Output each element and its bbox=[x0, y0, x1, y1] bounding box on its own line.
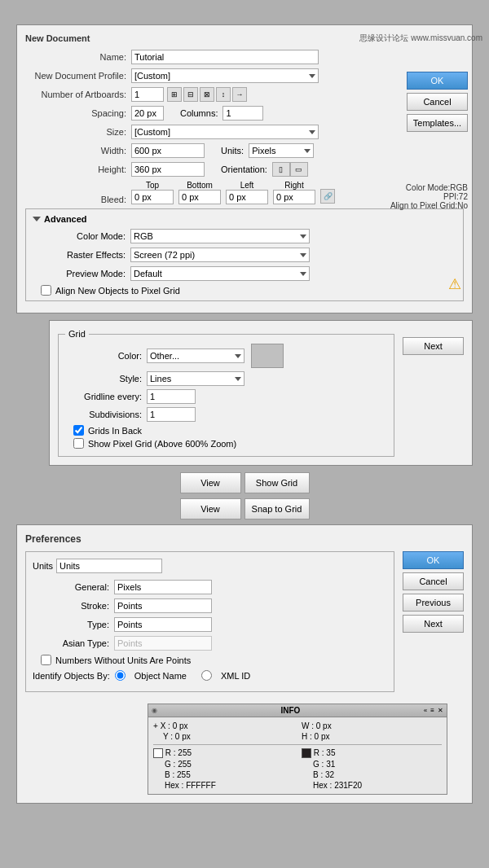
bleed-right-label: Right bbox=[284, 181, 303, 190]
units-dropdown[interactable]: Units bbox=[56, 559, 162, 573]
preview-mode-label: Preview Mode: bbox=[33, 269, 130, 278]
prefs-previous-button[interactable]: Previous bbox=[403, 594, 464, 612]
hex2-label: Hex : bbox=[313, 781, 332, 790]
stroke-row: Stroke: Points bbox=[33, 598, 387, 613]
pixel-align-row: Align New Objects to Pixel Grid bbox=[33, 285, 456, 296]
raster-effects-select[interactable]: Screen (72 ppi) bbox=[130, 248, 310, 262]
color-mode-row: Color Mode: RGB bbox=[33, 229, 456, 243]
grid-legend: Grid bbox=[65, 329, 89, 339]
asian-type-label: Asian Type: bbox=[33, 638, 114, 648]
grid-style-row: Style: Lines bbox=[65, 371, 387, 386]
grids-in-back-row: Grids In Back bbox=[65, 425, 387, 436]
r1-value: 255 bbox=[178, 748, 192, 757]
numbers-checkbox[interactable] bbox=[41, 655, 51, 665]
subdivisions-input[interactable] bbox=[147, 407, 196, 422]
info-x-cell: + X : 0 px bbox=[153, 721, 293, 731]
prefs-next-button[interactable]: Next bbox=[403, 615, 464, 633]
bleed-inputs: Top Bottom Left Right 🔗 bbox=[131, 181, 335, 204]
spacing-row: Spacing: Columns: bbox=[25, 106, 464, 121]
prefs-cancel-button[interactable]: Cancel bbox=[403, 572, 464, 590]
info-r2-cell: R : 35 bbox=[302, 747, 442, 759]
general-row: General: Pixels bbox=[33, 580, 387, 594]
units-select[interactable]: Pixels bbox=[249, 143, 314, 158]
spacing-label: Spacing: bbox=[25, 108, 131, 118]
grid-color-label: Color: bbox=[65, 351, 147, 361]
object-name-label: Object Name bbox=[134, 671, 187, 681]
name-row: Name: OK Cancel Templates... bbox=[25, 50, 464, 64]
grids-in-back-checkbox[interactable] bbox=[73, 425, 84, 436]
cancel-button[interactable]: Cancel bbox=[407, 93, 468, 111]
grid-style-label: Style: bbox=[65, 374, 147, 384]
height-input[interactable] bbox=[131, 162, 205, 177]
landscape-orientation-button[interactable]: ▭ bbox=[290, 162, 308, 177]
info-content: + X : 0 px W : 0 px Y : 0 px H : 0 px bbox=[148, 717, 447, 794]
columns-input[interactable] bbox=[222, 106, 263, 121]
info-collapse-icon[interactable]: « bbox=[424, 707, 427, 714]
g2-value: 31 bbox=[326, 760, 335, 769]
grids-in-back-label: Grids In Back bbox=[88, 426, 142, 436]
info-close-icon[interactable]: ✕ bbox=[438, 707, 443, 714]
info-resize-icon: ◉ bbox=[152, 707, 157, 714]
grid-panel: Grid Color: Other... Style: Lines Gridli… bbox=[49, 320, 473, 466]
grid-color-select[interactable]: Other... bbox=[147, 349, 244, 363]
advanced-section: Advanced Color Mode: RGB Raster Effects:… bbox=[25, 208, 464, 301]
raster-effects-label: Raster Effects: bbox=[33, 250, 130, 260]
artboards-input[interactable] bbox=[131, 87, 164, 102]
grid-fieldset: Grid Color: Other... Style: Lines Gridli… bbox=[58, 329, 394, 457]
numbers-without-units-row: Numbers Without Units Are Points bbox=[33, 655, 387, 665]
identify-label: Identify Objects By: bbox=[33, 671, 115, 681]
color-mode-select[interactable]: RGB bbox=[130, 229, 310, 243]
xml-id-radio[interactable] bbox=[201, 670, 212, 681]
profile-row: New Document Profile: [Custom] bbox=[25, 68, 464, 83]
bleed-right-input[interactable] bbox=[273, 190, 315, 204]
link-bleed-icon[interactable]: 🔗 bbox=[320, 189, 335, 204]
grid-style-select[interactable]: Lines bbox=[147, 371, 244, 386]
advanced-header[interactable]: Advanced bbox=[33, 214, 456, 224]
align-pixel-checkbox[interactable] bbox=[41, 285, 51, 296]
bleed-bottom-label: Bottom bbox=[187, 181, 213, 190]
info-b2-cell: B : 32 bbox=[302, 769, 442, 780]
show-pixel-grid-checkbox[interactable] bbox=[73, 438, 84, 449]
preview-mode-select[interactable]: Default bbox=[130, 266, 310, 281]
hex1-value: FFFFFF bbox=[186, 781, 216, 790]
artboards-row: Number of Artboards: ⊞ ⊟ ⊠ ↕ → bbox=[25, 87, 464, 102]
bleed-top-input[interactable] bbox=[131, 190, 174, 204]
remove-artboard-icon[interactable]: → bbox=[232, 87, 247, 102]
width-input[interactable] bbox=[131, 143, 205, 158]
spacing-input[interactable] bbox=[131, 106, 164, 121]
grid-icon[interactable]: ⊞ bbox=[167, 87, 182, 102]
prefs-ok-button[interactable]: OK bbox=[403, 551, 464, 569]
view-button-1[interactable]: View bbox=[180, 472, 241, 493]
preferences-panel: Preferences Units Units General: Pixels bbox=[16, 524, 473, 804]
size-select[interactable]: [Custom] bbox=[131, 125, 319, 139]
view-button-2[interactable]: View bbox=[180, 498, 241, 519]
portrait-orientation-button[interactable]: ▯ bbox=[272, 162, 290, 177]
bleed-left-input[interactable] bbox=[226, 190, 268, 204]
snap-to-grid-button[interactable]: Snap to Grid bbox=[244, 498, 310, 519]
general-select[interactable]: Pixels bbox=[114, 580, 212, 594]
type-select[interactable]: Points bbox=[114, 617, 212, 632]
align-pixel-text: Align to Pixel Grid:No bbox=[390, 201, 468, 210]
height-row: Height: Orientation: ▯ ▭ bbox=[25, 162, 464, 177]
g2-label: G : bbox=[313, 760, 324, 769]
object-name-radio[interactable] bbox=[115, 670, 126, 681]
gridline-input[interactable] bbox=[147, 389, 196, 404]
bleed-bottom-input[interactable] bbox=[178, 190, 221, 204]
show-grid-button[interactable]: Show Grid bbox=[244, 472, 310, 493]
info-menu-icon[interactable]: ≡ bbox=[430, 707, 434, 714]
subdivisions-row: Subdivisions: bbox=[65, 407, 387, 422]
profile-select[interactable]: [Custom] bbox=[131, 68, 319, 83]
x-label: X : bbox=[161, 721, 170, 730]
white-swatch bbox=[153, 748, 163, 758]
ok-button[interactable]: OK bbox=[407, 72, 468, 90]
subdivisions-label: Subdivisions: bbox=[65, 410, 147, 419]
layout-icon[interactable]: ⊠ bbox=[200, 87, 214, 102]
flip-icon[interactable]: ↕ bbox=[216, 87, 231, 102]
asian-type-select[interactable]: Points bbox=[114, 636, 212, 651]
stroke-select[interactable]: Points bbox=[114, 598, 212, 613]
general-label: General: bbox=[33, 582, 114, 592]
name-input[interactable] bbox=[131, 50, 319, 64]
arrange-icon[interactable]: ⊟ bbox=[183, 87, 198, 102]
templates-button[interactable]: Templates... bbox=[407, 114, 468, 132]
next-button-grid[interactable]: Next bbox=[403, 337, 464, 355]
